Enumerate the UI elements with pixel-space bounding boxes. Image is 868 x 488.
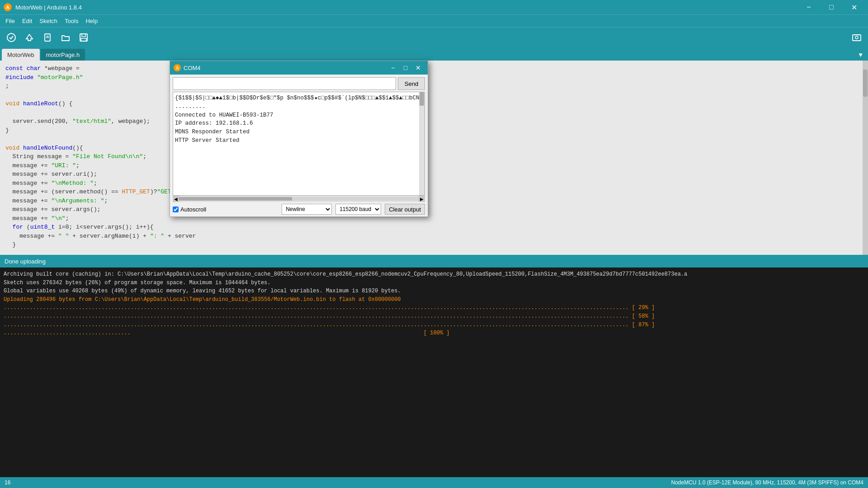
toolbar: [0, 27, 868, 47]
com4-hscroll-track[interactable]: [179, 197, 419, 201]
com4-title: COM4: [184, 65, 201, 71]
com4-hscrollbar[interactable]: ◀ ▶: [173, 196, 425, 202]
maximize-button[interactable]: □: [821, 0, 842, 14]
output-line-4: Uploading 280496 bytes from C:\Users\Bri…: [4, 296, 401, 303]
com4-window-controls: − □ ✕: [387, 63, 424, 73]
menu-bar: File Edit Sketch Tools Help: [0, 14, 868, 27]
output-line-5: ........................................…: [4, 305, 655, 311]
svg-marker-1: [26, 34, 33, 41]
output-line-6: ........................................…: [4, 313, 655, 319]
tabs-bar: MotorWeb motorPage.h ▼: [0, 47, 868, 61]
app-icon: A: [4, 3, 12, 11]
svg-rect-6: [82, 34, 85, 37]
com4-clear-output-button[interactable]: Clear output: [385, 204, 425, 215]
com4-autoscroll-checkbox[interactable]: [173, 206, 179, 212]
save-button[interactable]: [75, 29, 92, 46]
tabs-arrow[interactable]: ▼: [855, 50, 866, 61]
status-bar: Done uploading: [0, 255, 868, 267]
verify-button[interactable]: [3, 29, 20, 46]
window-title: MotorWeb | Arduino 1.8.4: [15, 4, 82, 11]
bottom-left-status: 16: [5, 479, 10, 486]
com4-modal: A COM4 − □ ✕ Send {$1$$|$S|□□▲◆▲1$□b|$$D…: [170, 61, 428, 217]
com4-minimize-button[interactable]: −: [387, 63, 399, 73]
output-line-2: Sketch uses 276342 bytes (26%) of progra…: [4, 280, 271, 286]
title-bar: A MotorWeb | Arduino 1.8.4 − □ ✕: [0, 0, 868, 14]
svg-point-0: [7, 33, 15, 42]
output-line-7: ........................................…: [4, 322, 655, 328]
com4-serial-input[interactable]: [173, 77, 396, 90]
editor-line1: const char *webpage = #include "motorPag…: [5, 65, 196, 255]
menu-sketch[interactable]: Sketch: [36, 16, 61, 26]
com4-output-area: {$1$$|$S|□□▲◆▲1$□b|$$D$Dr$e$□"$p $n$no$$…: [173, 92, 425, 196]
bottom-status: 16 NodeMCU 1.0 (ESP-12E Module), 80 MHz,…: [0, 477, 868, 488]
com4-baud-select[interactable]: 300 baud 1200 baud 2400 baud 4800 baud 9…: [335, 204, 381, 215]
status-text: Done uploading: [5, 258, 46, 265]
tab-motorpage[interactable]: motorPage.h: [41, 49, 85, 61]
window-controls: − □ ✕: [798, 0, 864, 14]
open-button[interactable]: [57, 29, 74, 46]
com4-newline-select[interactable]: Newline No line ending Carriage return B…: [282, 204, 332, 215]
output-line-3: Global variables use 40268 bytes (49%) o…: [4, 288, 401, 294]
editor-scroll-thumb[interactable]: [863, 70, 868, 97]
com4-icon: A: [174, 64, 181, 71]
com4-scroll-thumb[interactable]: [420, 92, 424, 106]
com4-output-text: {$1$$|$S|□□▲◆▲1$□b|$$D$Dr$e$□"$p $n$no$$…: [173, 92, 425, 147]
com4-maximize-button[interactable]: □: [400, 63, 411, 73]
tab-motorweb[interactable]: MotorWeb: [2, 49, 40, 61]
com4-hscroll-left[interactable]: ◀: [173, 196, 179, 202]
menu-tools[interactable]: Tools: [61, 16, 82, 26]
menu-help[interactable]: Help: [82, 16, 101, 26]
svg-rect-7: [81, 38, 86, 41]
com4-input-row: Send: [170, 75, 428, 92]
bottom-right-status: NodeMCU 1.0 (ESP-12E Module), 80 MHz, 11…: [671, 479, 864, 486]
output-line-8: ....................................... …: [4, 330, 450, 336]
editor-area[interactable]: const char *webpage = #include "motorPag…: [0, 61, 868, 255]
com4-hscroll-right[interactable]: ▶: [419, 196, 425, 202]
com4-footer: Autoscroll Newline No line ending Carria…: [170, 202, 428, 216]
output-area: Archiving built core (caching) in: C:\Us…: [0, 267, 868, 477]
output-content: Archiving built core (caching) in: C:\Us…: [4, 270, 864, 338]
com4-titlebar: A COM4 − □ ✕: [170, 61, 428, 75]
svg-rect-8: [853, 35, 861, 41]
minimize-button[interactable]: −: [798, 0, 819, 14]
output-line-1: Archiving built core (caching) in: C:\Us…: [4, 271, 687, 277]
new-button[interactable]: [39, 29, 56, 46]
com4-titlebar-left: A COM4: [174, 64, 201, 71]
close-button[interactable]: ✕: [844, 0, 864, 14]
menu-file[interactable]: File: [2, 16, 19, 26]
com4-scrollbar[interactable]: [419, 92, 425, 196]
com4-hscroll-thumb[interactable]: [179, 197, 292, 201]
title-bar-left: A MotorWeb | Arduino 1.8.4: [4, 3, 82, 11]
svg-point-9: [855, 36, 858, 39]
com4-send-button[interactable]: Send: [398, 77, 425, 90]
editor-content[interactable]: const char *webpage = #include "motorPag…: [4, 64, 868, 255]
com4-close-button[interactable]: ✕: [412, 63, 424, 73]
com4-autoscroll-label: Autoscroll: [180, 206, 206, 213]
upload-button[interactable]: [21, 29, 38, 46]
com4-autoscroll-container: Autoscroll: [173, 206, 206, 213]
serial-monitor-button[interactable]: [848, 29, 865, 46]
editor-scrollbar[interactable]: [863, 61, 868, 255]
menu-edit[interactable]: Edit: [19, 16, 36, 26]
